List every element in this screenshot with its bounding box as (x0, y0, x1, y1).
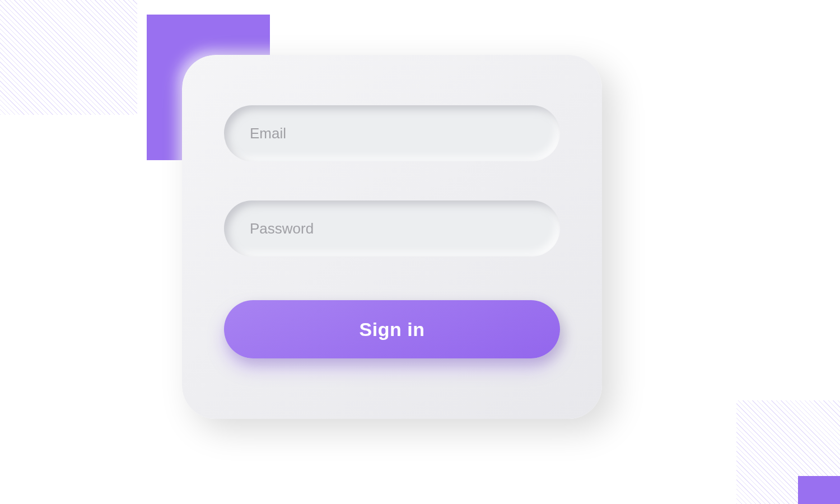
decorative-square-bottom (798, 476, 840, 504)
password-field[interactable] (224, 200, 560, 256)
signin-card: Sign in (182, 55, 602, 419)
signin-button[interactable]: Sign in (224, 300, 560, 358)
decorative-pattern-top-left (0, 0, 137, 115)
email-field[interactable] (224, 105, 560, 161)
